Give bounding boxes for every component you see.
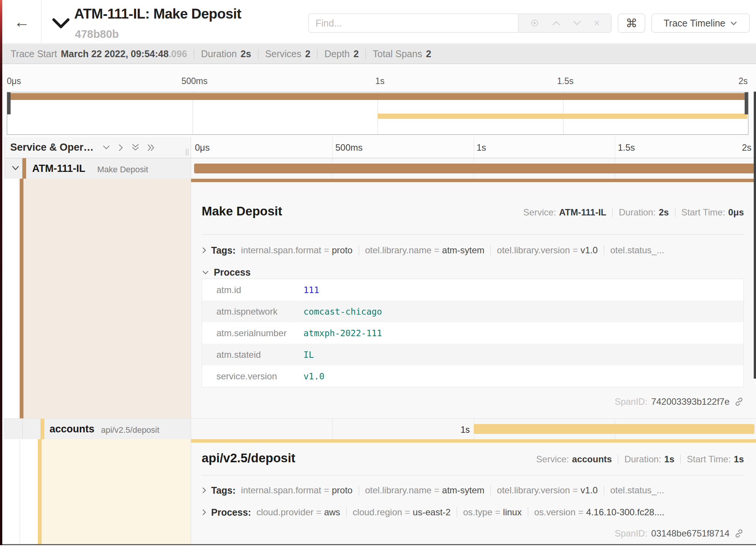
focus-target-icon[interactable] [530,18,540,28]
tag-value: atm-sytem [442,485,484,496]
find-prev-icon[interactable] [552,20,561,26]
service-label: Service: [536,454,569,465]
find-controls: × [518,14,611,32]
minimap-tick: 1.5s [557,76,573,86]
tag-key: otel.library.version [497,245,570,256]
minimap-scrubber-right[interactable] [745,92,748,114]
chevron-down-icon [52,18,70,29]
find-clear-icon[interactable]: × [594,18,600,28]
divider [680,455,681,464]
divider [612,208,613,217]
double-chevron-down-icon [131,143,140,152]
service-operation-header: Service & Oper… [5,137,191,158]
collapse-one-button[interactable] [102,145,110,150]
span-name-cell-atm[interactable]: ATM-111-IL Make Deposit [5,158,191,179]
process-key: cloud.region [353,507,402,518]
span-timeline-cell-atm[interactable] [191,158,756,179]
chevron-right-icon [202,246,207,254]
span-detail-panel-accounts: api/v2.5/deposit Service: accounts Durat… [191,443,756,544]
process-key: atm.serialnumber [216,328,303,338]
divider [604,245,604,255]
equals: = [572,245,578,256]
spanid-link-icon[interactable] [734,397,744,407]
gridline [332,137,333,158]
expand-one-button[interactable] [118,143,124,152]
span-row-accounts[interactable]: accounts api/v2.5/deposit 1s [2,418,756,439]
tag-key: internal.span.format [241,485,321,496]
service-color-bar-accounts [40,419,44,439]
keyboard-shortcuts-button[interactable]: ⌘ [618,14,645,33]
trace-start-label: Trace Start [11,48,57,59]
process-table-row: atm.stateid IL [202,344,744,365]
span-duration-bar-atm[interactable] [194,164,754,173]
tag-value: proto [332,245,353,256]
detail-left-fill-accounts [42,439,191,544]
page-bottom-border [2,544,756,545]
span-duration-bar-accounts[interactable] [474,424,755,434]
span-row-atm[interactable]: ATM-111-IL Make Deposit [2,158,756,179]
axis-tick: 1.5s [618,142,635,153]
column-resize-grip[interactable] [186,149,188,156]
spanid-link-icon[interactable] [734,529,744,538]
divider [366,49,366,59]
process-table: atm.id 111 atm.ispnetwork comcast-chicag… [202,279,744,387]
start-time-value: 0μs [728,207,744,218]
span-detail-panel-atm: Make Deposit Service: ATM-111-IL Duratio… [191,182,756,418]
equals: = [405,507,410,518]
process-key: atm.stateid [216,349,303,360]
find-next-icon[interactable] [572,20,582,26]
span-operation-name: Make Deposit [97,165,148,175]
trace-start-ms: .096 [169,48,187,59]
process-row-accounts[interactable]: Process: cloud.provider = aws cloud.regi… [202,504,744,521]
service-value: ATM-111-IL [559,207,607,218]
detail-title-row: Make Deposit Service: ATM-111-IL Duratio… [202,204,744,218]
divider [359,245,359,255]
detail-title-row: api/v2.5/deposit Service: accounts Durat… [202,451,744,465]
span-timeline-cell-accounts[interactable]: 1s [191,419,756,439]
minimap-tick: 0μs [7,76,21,86]
span-collapse-chevron[interactable] [11,165,20,171]
equals: = [572,485,578,496]
find-input[interactable] [309,14,518,32]
minimap-viewport[interactable] [7,92,748,135]
span-service-name: ATM-111-IL [32,163,86,175]
collapse-all-button[interactable] [131,143,140,152]
double-chevron-right-icon [147,143,156,152]
trace-collapse-chevron[interactable] [52,18,70,29]
find-group: × [308,14,611,33]
scrollbar-thumb[interactable] [754,92,756,379]
span-name-cell-accounts[interactable]: accounts api/v2.5/deposit [5,419,191,439]
view-selector-button[interactable]: Trace Timeline [652,14,750,33]
tags-label: Tags: [211,245,236,256]
tag-value: atm-sytem [442,245,484,256]
tag-value: proto [332,485,353,496]
chevron-down-icon [11,165,20,171]
process-value: aws [324,507,340,518]
depth-label: Depth [324,48,350,59]
span-service-name: accounts [50,423,95,435]
trace-header: ← ATM-111-IL: Make Deposit 478b80b [2,0,756,44]
minimap-scrubber-left[interactable] [7,92,11,114]
divider [346,507,347,517]
view-selector-label: Trace Timeline [664,18,725,29]
tags-row-accounts[interactable]: Tags: internal.span.format = proto otel.… [202,482,744,499]
expand-all-button[interactable] [147,143,156,152]
process-header-atm[interactable]: Process [202,264,744,281]
tags-row-atm[interactable]: Tags: internal.span.format = proto otel.… [202,242,744,259]
tag-value: v1.0 [580,485,597,496]
divider [202,234,744,235]
spanid-value: 742003393b122f7e [651,396,730,407]
tag-key: otel.library.name [365,245,432,256]
equals: = [316,507,321,518]
duration-value: 1s [664,454,675,465]
divider [194,49,194,59]
divider [359,485,359,495]
detail-operation-title: Make Deposit [202,204,282,218]
equals: = [495,507,500,518]
divider [618,455,618,464]
start-time-label: Start Time: [681,207,725,218]
back-button[interactable]: ← [2,0,42,44]
detail-left-gutter-atm [2,179,191,418]
indent-guide [18,179,19,418]
detail-meta: Service: accounts Duration: 1s Start Tim… [536,454,744,465]
